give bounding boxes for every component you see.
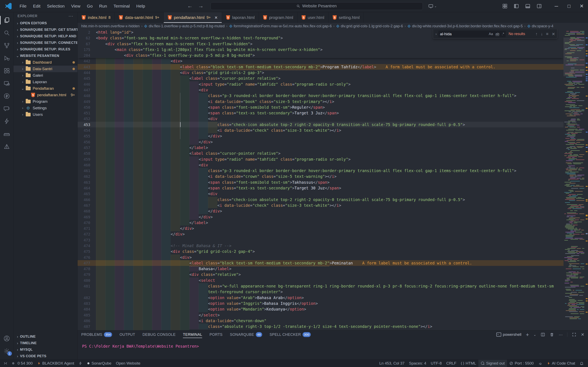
toggle-sidebar-icon[interactable] [514, 3, 519, 9]
line-number[interactable]: 463 [78, 180, 96, 185]
code-line-454[interactable]: 454<i data-lucide="check" class="size-3 … [78, 127, 563, 133]
menu-go[interactable]: Go [84, 2, 96, 10]
line-number[interactable]: 481 [78, 284, 96, 289]
code-line-484[interactable]: 484<option value="Mandarin">Keduanya</op… [78, 306, 563, 312]
line-number[interactable]: 483 [78, 301, 96, 307]
overview-ruler[interactable] [585, 29, 588, 330]
status-left-1-0-54-300[interactable]: 0 54 300 [10, 360, 35, 367]
code-line-442[interactable]: 442<div> [78, 58, 563, 64]
breadcrumb-item[interactable]: div.grid.grid-cols-1.lg:grid-cols-2.gap-… [336, 24, 403, 28]
panel-tab-ports[interactable]: PORTS [209, 331, 223, 339]
status-left-0[interactable] [1, 360, 10, 367]
tree-item-settings[interactable]: ›⚙Settings [13, 105, 77, 111]
code-line-469[interactable]: 469</div> [78, 214, 563, 220]
tab-pendaftaran-html[interactable]: 5pendaftaran.html9+✕ [164, 12, 222, 23]
maximize-panel-icon[interactable] [572, 332, 576, 337]
find-expand-toggle[interactable]: › [434, 32, 438, 36]
code-line-474[interactable]: 474<!-- Minat Bahasa & IT --> [78, 243, 563, 249]
activity-extensions-icon[interactable] [0, 64, 13, 77]
panel-more-actions[interactable]: ··· [559, 332, 563, 337]
code-line-447[interactable]: 447<div [78, 87, 563, 93]
status-left-4-sonarqube[interactable]: SonarQube [85, 360, 113, 367]
status-right-4-html[interactable]: { }HTML [458, 360, 478, 367]
tab-laporan-html[interactable]: 5laporan.html [222, 12, 259, 23]
line-number[interactable]: 175 [78, 47, 96, 53]
code-line-67[interactable]: 67 <div class="flex h-screen max-h-scree… [78, 41, 563, 47]
line-number[interactable]: 487 [78, 324, 96, 329]
account-button[interactable] [0, 332, 13, 345]
code-line-488[interactable]: 488</div> [78, 329, 563, 330]
code-line-477[interactable]: 477<label class="block text-sm font-medi… [78, 260, 563, 266]
tree-item-data-santri[interactable]: ›Data-Santri [13, 66, 77, 72]
terminal-instance[interactable]: >_ powershell [496, 332, 521, 337]
code-line-453[interactable]: 453class="check-icon absolute top-2 righ… [78, 122, 563, 127]
status-right-1-spaces-4[interactable]: Spaces: 4 [407, 360, 429, 367]
line-number[interactable]: 474 [78, 243, 96, 249]
code-line-450[interactable]: 450<span class="font-semibold text-sm">R… [78, 104, 563, 110]
status-right-7[interactable] [536, 360, 545, 367]
settings-gear-button[interactable]: 1 [0, 345, 13, 358]
line-number[interactable]: 454 [78, 128, 96, 133]
code-line-449[interactable]: 449<i data-lucide="book" class="size-5 t… [78, 99, 563, 104]
tree-item-users[interactable]: ›Users [13, 111, 77, 118]
code-line-452[interactable]: 452<div [78, 116, 563, 122]
line-number[interactable]: 452 [78, 116, 96, 122]
command-center-search[interactable]: Website Pesantren [210, 2, 423, 10]
code-line-459[interactable]: 459<input type="radio" name="tahfidz" cl… [78, 156, 563, 162]
panel-tab-problems[interactable]: PROBLEMS354 [81, 331, 112, 339]
activity-remote-monitor-icon[interactable] [0, 77, 13, 90]
breadcrumb-item[interactable]: div.space-y-4 [527, 24, 553, 28]
line-number[interactable]: 479 [78, 272, 96, 277]
code-line-463[interactable]: 463<span class="font-semibold text-sm">T… [78, 179, 563, 185]
line-number[interactable]: 462 [78, 174, 96, 179]
code-line-467[interactable]: 467<i data-lucide="check" class="size-3 … [78, 202, 563, 208]
code-line-458[interactable]: 458<label class="cursor-pointer relative… [78, 150, 563, 156]
code-line-470[interactable]: 470</label> [78, 220, 563, 225]
minimap[interactable] [563, 29, 585, 330]
tree-item-dashboard[interactable]: ›Dashboard [13, 59, 77, 66]
code-area[interactable]: 2<html lang="id">62<body class="font-san… [78, 29, 563, 330]
sidebar-section-vs-code-pets[interactable]: ›VS CODE PETS [13, 353, 77, 359]
activity-server-icon[interactable] [0, 128, 13, 140]
line-number[interactable]: 470 [78, 220, 96, 226]
sidebar-section-outline[interactable]: ›OUTLINE [13, 333, 77, 340]
nav-forward-button[interactable]: → [198, 3, 204, 9]
line-number[interactable]: 477 [78, 260, 96, 266]
regex-toggle[interactable]: .* [502, 32, 504, 36]
line-number[interactable]: 459 [78, 157, 96, 162]
activity-bolt-icon[interactable] [0, 115, 13, 128]
line-number[interactable]: 67 [78, 41, 96, 47]
line-number[interactable]: 475 [78, 249, 96, 254]
code-line-465[interactable]: 465<div [78, 191, 563, 197]
code-line-468[interactable]: 468</div> [78, 208, 563, 214]
tree-item-pendaftaran[interactable]: ⌄Pendaftaran [13, 85, 77, 92]
split-terminal-icon[interactable] [541, 332, 545, 337]
code-line-461[interactable]: 461class="p-3 rounded-xl border border-b… [78, 168, 563, 174]
line-number[interactable]: 442 [78, 58, 96, 64]
tab-user-html[interactable]: 5user.html [297, 12, 329, 23]
line-number[interactable]: 473 [78, 237, 96, 243]
activity-run-debug-icon[interactable] [0, 52, 13, 64]
tab-program-html[interactable]: 5program.html [259, 12, 297, 23]
line-number[interactable]: 447 [78, 87, 96, 93]
line-number[interactable]: 467 [78, 203, 96, 208]
status-right-8-ai-code-chat[interactable]: AI Code Chat [545, 360, 577, 367]
code-line-485[interactable]: 485</select> [78, 312, 563, 318]
code-line-476[interactable]: 476<div> [78, 254, 563, 260]
breadcrumb-item[interactable]: form#registrationForm.max-w-5xl.mx-auto.… [229, 24, 332, 28]
code-line-460[interactable]: 460<div [78, 162, 563, 168]
code-line-204[interactable]: 204 <div class="flex-1 overflow-y-auto p… [78, 52, 563, 58]
tab-index-html[interactable]: 5index.html8 [78, 12, 115, 23]
status-right-9[interactable] [577, 360, 586, 367]
code-line-473[interactable]: 473 [78, 237, 563, 243]
line-number[interactable]: 482 [78, 295, 96, 301]
line-number[interactable]: 453 [78, 122, 96, 128]
line-number[interactable]: 448 [78, 93, 96, 99]
menu-selection[interactable]: Selection [44, 2, 68, 10]
line-number[interactable]: 472 [78, 231, 96, 237]
activity-search-icon[interactable] [0, 26, 13, 39]
line-number[interactable]: 457 [78, 145, 96, 151]
code-line-445[interactable]: 445<label class="cursor-pointer relative… [78, 75, 563, 81]
status-right-3-crlf[interactable]: CRLF [444, 360, 459, 367]
code-line-456[interactable]: 456</div> [78, 139, 563, 145]
